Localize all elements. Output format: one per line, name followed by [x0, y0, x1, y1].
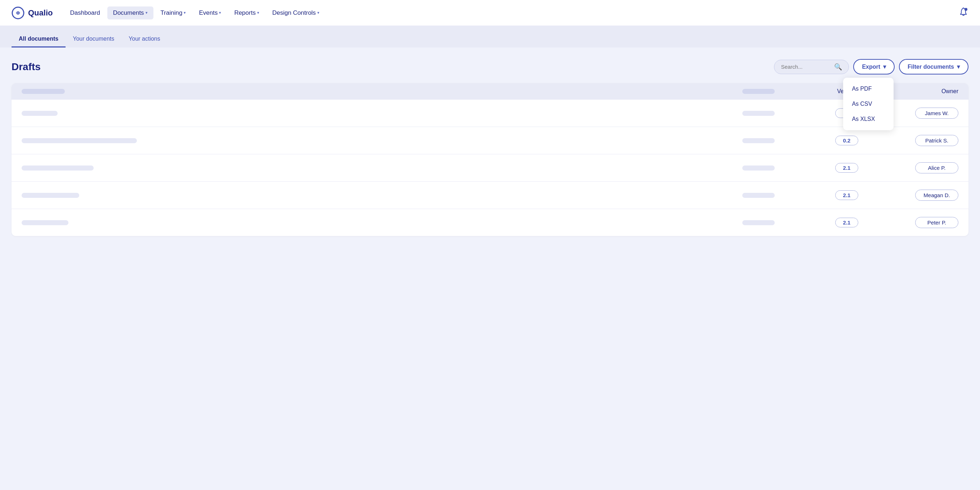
row-2-extra-placeholder: [742, 138, 775, 143]
row-1-extra: [742, 111, 815, 116]
version-badge: 2.1: [835, 163, 858, 173]
row-3-extra: [742, 165, 815, 171]
nav-items: Dashboard Documents ▾ Training ▾ Events …: [64, 6, 958, 19]
chevron-down-icon-documents: ▾: [145, 10, 148, 15]
logo-text: Qualio: [28, 8, 52, 17]
row-4-extra-placeholder: [742, 193, 775, 198]
documents-table: Version Owner 1.0 James W.: [11, 83, 969, 236]
row-1-title-placeholder: [22, 111, 57, 116]
nav-item-reports[interactable]: Reports ▾: [228, 6, 265, 19]
nav-label-events: Events: [199, 10, 218, 17]
sub-navigation: All documents Your documents Your action…: [0, 26, 980, 48]
row-4-version-cell: 2.1: [815, 190, 879, 200]
row-1-title: [22, 111, 742, 116]
row-4-title-placeholder: [22, 193, 79, 198]
export-csv-label: As CSV: [852, 101, 872, 107]
nav-item-design-controls[interactable]: Design Controls ▾: [267, 6, 325, 19]
tab-your-documents[interactable]: Your documents: [65, 31, 121, 48]
nav-right: [958, 7, 969, 19]
title-col-placeholder: [22, 89, 65, 94]
export-pdf-label: As PDF: [852, 86, 872, 92]
tab-your-documents-label: Your documents: [73, 36, 114, 42]
row-4-owner-cell: Meagan D.: [879, 190, 958, 201]
row-2-title: [22, 138, 742, 143]
row-5-extra-placeholder: [742, 220, 775, 225]
row-3-owner-cell: Alice P.: [879, 162, 958, 173]
notification-button[interactable]: [958, 7, 969, 19]
nav-label-design-controls: Design Controls: [272, 10, 316, 17]
row-5-extra: [742, 220, 815, 225]
row-3-title-placeholder: [22, 165, 94, 171]
filter-button-label: Filter documents: [908, 64, 954, 70]
version-badge: 0.2: [835, 136, 858, 145]
tab-all-documents[interactable]: All documents: [11, 31, 65, 48]
chevron-down-icon-design-controls: ▾: [317, 10, 320, 15]
version-badge: 2.1: [835, 218, 858, 227]
row-2-owner-cell: Patrick S.: [879, 135, 958, 146]
owner-badge: Alice P.: [915, 162, 958, 173]
export-as-xlsx[interactable]: As XLSX: [843, 111, 894, 127]
row-3-extra-placeholder: [742, 165, 775, 171]
chevron-down-icon-training: ▾: [184, 10, 186, 15]
row-3-title: [22, 165, 742, 171]
row-2-extra: [742, 138, 815, 143]
row-5-title-placeholder: [22, 220, 68, 225]
logo-area[interactable]: Qualio: [11, 6, 52, 19]
owner-badge: James W.: [915, 108, 958, 119]
export-as-pdf[interactable]: As PDF: [843, 81, 894, 97]
table-row[interactable]: 0.2 Patrick S.: [11, 127, 969, 154]
extra-col-placeholder: [742, 89, 775, 94]
owner-badge: Meagan D.: [915, 190, 958, 201]
chevron-down-icon-reports: ▾: [257, 10, 259, 15]
export-button[interactable]: Export ▾: [853, 59, 895, 75]
tab-your-actions-label: Your actions: [129, 36, 160, 42]
table-row[interactable]: 1.0 James W.: [11, 100, 969, 127]
export-dropdown-menu: As PDF As CSV As XLSX: [843, 78, 894, 130]
nav-item-training[interactable]: Training ▾: [155, 6, 192, 19]
export-as-csv[interactable]: As CSV: [843, 97, 894, 111]
filter-documents-button[interactable]: Filter documents ▾: [899, 59, 969, 75]
top-navigation: Qualio Dashboard Documents ▾ Training ▾ …: [0, 0, 980, 26]
nav-item-events[interactable]: Events ▾: [193, 6, 227, 19]
search-icon: 🔍: [834, 63, 842, 71]
owner-badge: Peter P.: [915, 217, 958, 228]
row-4-extra: [742, 193, 815, 198]
row-5-version-cell: 2.1: [815, 218, 879, 227]
nav-item-dashboard[interactable]: Dashboard: [64, 6, 105, 19]
table-header: Version Owner: [11, 83, 969, 100]
chevron-down-icon-export: ▾: [883, 63, 886, 70]
tab-your-actions[interactable]: Your actions: [121, 31, 167, 48]
table-header-extra: [742, 89, 815, 94]
qualio-logo-icon: [11, 6, 24, 19]
row-2-title-placeholder: [22, 138, 137, 143]
svg-point-1: [964, 8, 967, 11]
main-content: Drafts 🔍 Export ▾ As PDF As CSV As XLSX: [0, 48, 980, 490]
search-box[interactable]: 🔍: [774, 60, 849, 74]
nav-label-training: Training: [161, 10, 183, 17]
row-4-title: [22, 193, 742, 198]
owner-badge: Patrick S.: [915, 135, 958, 146]
row-3-version-cell: 2.1: [815, 163, 879, 173]
row-2-version-cell: 0.2: [815, 136, 879, 145]
table-row[interactable]: 2.1 Peter P.: [11, 209, 969, 236]
chevron-down-icon-filter: ▾: [957, 63, 960, 70]
tab-all-documents-label: All documents: [19, 36, 58, 42]
row-1-extra-placeholder: [742, 111, 775, 116]
table-header-title: [22, 89, 742, 94]
chevron-down-icon-events: ▾: [219, 10, 221, 15]
nav-item-documents[interactable]: Documents ▾: [107, 6, 153, 19]
table-row[interactable]: 2.1 Meagan D.: [11, 182, 969, 209]
nav-label-reports: Reports: [234, 10, 256, 17]
table-row[interactable]: 2.1 Alice P.: [11, 154, 969, 182]
row-5-owner-cell: Peter P.: [879, 217, 958, 228]
nav-label-documents: Documents: [113, 10, 144, 17]
nav-label-dashboard: Dashboard: [70, 10, 100, 17]
drafts-header: Drafts 🔍 Export ▾ As PDF As CSV As XLSX: [11, 59, 969, 75]
header-actions: 🔍 Export ▾ As PDF As CSV As XLSX Filter …: [774, 59, 969, 75]
search-input[interactable]: [781, 64, 831, 70]
export-xlsx-label: As XLSX: [852, 116, 875, 122]
export-button-label: Export: [862, 64, 880, 70]
row-5-title: [22, 220, 742, 225]
owner-col-label: Owner: [942, 88, 958, 95]
bell-icon: [958, 7, 969, 17]
